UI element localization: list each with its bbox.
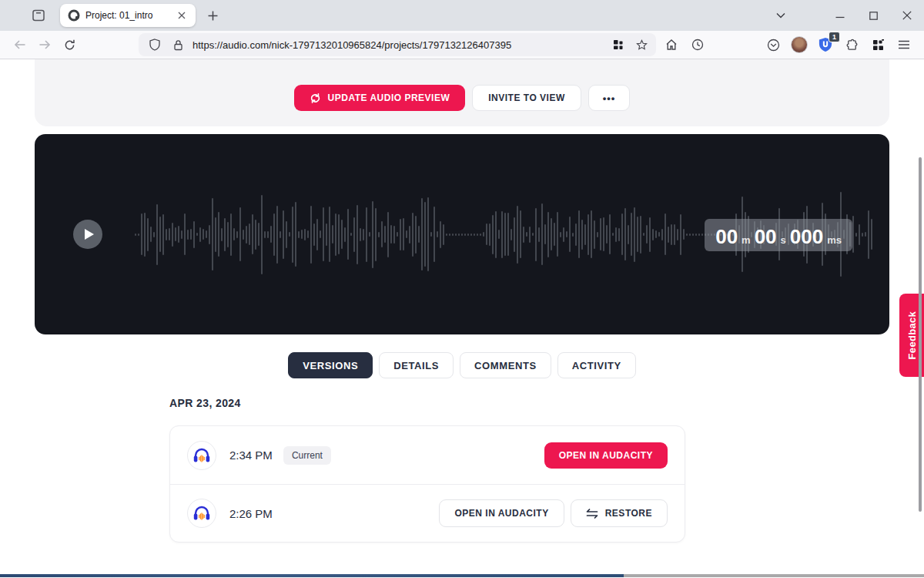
- window-close-button[interactable]: [895, 5, 919, 26]
- tab-close-icon[interactable]: [174, 8, 189, 23]
- waveform-bar: [233, 228, 235, 240]
- open-in-audacity-button[interactable]: OPEN IN AUDACITY: [439, 499, 564, 527]
- ellipsis-icon: •••: [603, 92, 616, 104]
- versions-card: 2:34 PM Current OPEN IN AUDACITY: [169, 425, 685, 543]
- back-icon[interactable]: [9, 34, 31, 55]
- waveform-bar: [526, 232, 527, 237]
- waveform-bar: [261, 195, 263, 274]
- waveform-bar: [310, 206, 312, 264]
- tab-list-chevron-icon[interactable]: [768, 5, 793, 26]
- waveform-bar: [621, 213, 623, 255]
- url-text: https://audio.com/nick-1797132010965824/…: [192, 39, 604, 51]
- waveform-bar: [511, 229, 512, 240]
- page-grid-icon[interactable]: [610, 36, 627, 53]
- waveform-bar: [415, 216, 417, 254]
- tab-activity[interactable]: ACTIVITY: [557, 352, 636, 378]
- window-maximize-button[interactable]: [861, 5, 886, 26]
- window-minimize-button[interactable]: [828, 5, 852, 26]
- update-audio-preview-button[interactable]: UPDATE AUDIO PREVIEW: [294, 85, 466, 111]
- tab-versions[interactable]: VERSIONS: [288, 352, 373, 378]
- waveform-bar: [686, 234, 688, 236]
- tab-comments[interactable]: COMMENTS: [460, 352, 551, 378]
- scrollbar-thumb[interactable]: [919, 157, 922, 512]
- new-tab-button[interactable]: [202, 5, 223, 26]
- waveform-bar: [199, 227, 201, 242]
- ublock-shield-icon[interactable]: 1: [815, 34, 836, 55]
- waveform-bar: [612, 233, 614, 236]
- browser-titlebar: Project: 01_intro: [0, 0, 924, 31]
- waveform-bar: [566, 231, 567, 237]
- version-time: 2:26 PM: [229, 507, 273, 520]
- forward-icon[interactable]: [34, 34, 55, 55]
- shield-permissions-icon[interactable]: [146, 36, 163, 53]
- waveform-bar: [166, 229, 167, 240]
- waveform-bar: [353, 217, 355, 252]
- play-button[interactable]: [73, 220, 102, 249]
- waveform-bar: [677, 229, 678, 240]
- waveform-bar: [655, 230, 657, 238]
- waveform-bar: [467, 234, 469, 236]
- page-content: UPDATE AUDIO PREVIEW INVITE TO VIEW ••• …: [0, 59, 924, 577]
- waveform-bar: [680, 214, 681, 255]
- waveform-bar: [196, 233, 198, 236]
- waveform-bar: [646, 225, 648, 244]
- feedback-label: Feedback: [906, 311, 918, 359]
- waveform-bar: [507, 213, 509, 256]
- lock-icon[interactable]: [169, 36, 186, 53]
- waveform-bar: [427, 197, 429, 271]
- time-minutes-unit: m: [742, 234, 751, 246]
- waveform-bar: [363, 229, 364, 240]
- waveform-bar: [458, 234, 460, 236]
- waveform-bar: [178, 226, 179, 243]
- waveform-bar: [246, 226, 247, 244]
- extensions-grid-icon[interactable]: [867, 34, 889, 55]
- waveform-bar: [538, 227, 540, 242]
- waveform-bar: [236, 231, 238, 238]
- home-icon[interactable]: [661, 34, 682, 55]
- waveform-bar: [606, 225, 608, 244]
- waveform-bar: [683, 229, 685, 240]
- reload-icon[interactable]: [59, 34, 80, 55]
- version-row: 2:34 PM Current OPEN IN AUDACITY: [170, 426, 685, 484]
- open-in-audacity-button[interactable]: OPEN IN AUDACITY: [544, 442, 668, 469]
- waveform-bar: [323, 207, 324, 261]
- waveform-bar: [671, 224, 672, 245]
- bookmark-star-icon[interactable]: [633, 36, 650, 53]
- waveform-bar: [594, 220, 595, 249]
- waveform-bar: [184, 213, 186, 255]
- waveform-bar: [335, 213, 336, 256]
- waveform-bar: [649, 217, 651, 252]
- waveform-bar: [289, 232, 290, 237]
- waveform-bar: [557, 212, 558, 257]
- waveform-bar: [249, 223, 250, 245]
- restore-button[interactable]: RESTORE: [571, 499, 668, 527]
- waveform-bar: [452, 234, 454, 236]
- restore-button-label: RESTORE: [605, 508, 652, 519]
- pocket-icon[interactable]: [762, 34, 784, 55]
- waveform-bar: [221, 228, 223, 241]
- waveform-bar: [615, 227, 617, 242]
- url-bar[interactable]: https://audio.com/nick-1797132010965824/…: [139, 33, 656, 56]
- waveform-bar: [381, 221, 383, 247]
- waveform-bar: [461, 234, 463, 236]
- browser-tab[interactable]: Project: 01_intro: [60, 4, 196, 27]
- waveform-bar: [501, 211, 503, 258]
- waveform-bar: [347, 209, 349, 260]
- waveform-bar: [517, 206, 518, 264]
- waveform-bar: [375, 208, 377, 261]
- firefox-view-icon[interactable]: [28, 5, 49, 26]
- puzzle-extension-icon[interactable]: [841, 34, 862, 55]
- waveform-bar: [424, 202, 426, 267]
- audacity-logo-icon: [187, 499, 216, 528]
- profile-avatar[interactable]: [788, 34, 810, 55]
- hamburger-menu-icon[interactable]: [893, 34, 915, 55]
- waveform-bar: [529, 227, 531, 243]
- waveform-bar: [554, 223, 555, 246]
- waveform-bar: [258, 223, 259, 246]
- waveform-bar: [267, 231, 269, 238]
- history-clock-icon[interactable]: [687, 34, 708, 55]
- more-options-button[interactable]: •••: [588, 85, 631, 111]
- waveform-bar: [406, 230, 407, 238]
- tab-details[interactable]: DETAILS: [379, 352, 454, 378]
- invite-to-view-button[interactable]: INVITE TO VIEW: [472, 85, 581, 111]
